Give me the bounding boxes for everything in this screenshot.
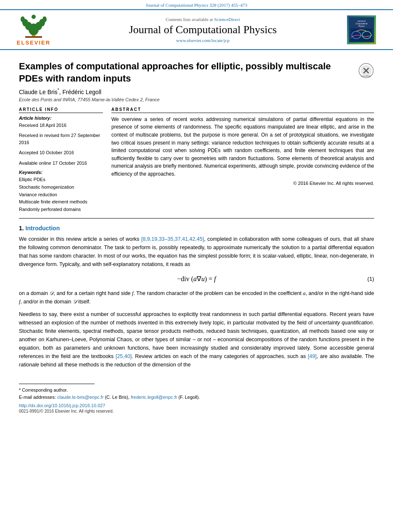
journal-cover-thumbnail: Journal of Computational Physics bbox=[347, 15, 376, 45]
equation-1-number: (1) bbox=[367, 276, 374, 282]
email-label: E-mail addresses: bbox=[19, 395, 56, 400]
page: Journal of Computational Physics 328 (20… bbox=[0, 0, 393, 532]
svg-point-7 bbox=[42, 16, 47, 22]
journal-reference-bar: Journal of Computational Physics 328 (20… bbox=[0, 0, 393, 9]
email-link-2[interactable]: frederic.legoll@enpc.fr bbox=[131, 395, 177, 400]
citation-ref-3[interactable]: [49] bbox=[308, 353, 317, 359]
journal-reference-text: Journal of Computational Physics 328 (20… bbox=[146, 3, 247, 8]
svg-point-6 bbox=[21, 16, 25, 22]
journal-header-center: Contents lists available at ScienceDirec… bbox=[59, 17, 347, 43]
svg-point-8 bbox=[32, 15, 36, 19]
abstract-text: We overview a series of recent works add… bbox=[111, 116, 374, 178]
corresponding-author-footnote: * Corresponding author. bbox=[19, 387, 68, 392]
received-date-2: Received in revised form 27 September 20… bbox=[19, 132, 103, 146]
elsevier-brand-text: ELSEVIER bbox=[17, 40, 50, 46]
svg-text:Journal of: Journal of bbox=[357, 20, 366, 22]
section-number: 1. bbox=[19, 225, 26, 232]
affiliation-text: Ecole des Ponts and INRIA, 77455 Marne-l… bbox=[19, 97, 374, 102]
journal-title: Journal of Computational Physics bbox=[59, 24, 347, 36]
intro-paragraph-2: on a domain 𝒟, and for a certain right h… bbox=[19, 289, 374, 306]
article-title-section: Examples of computational approaches for… bbox=[19, 61, 374, 84]
email-link-1[interactable]: claude.le-bris@enpc.fr bbox=[57, 395, 103, 400]
citation-ref-2[interactable]: [25,40] bbox=[116, 353, 132, 359]
journal-cover-image-area: Journal of Computational Physics bbox=[347, 15, 380, 45]
article-title: Examples of computational approaches for… bbox=[19, 61, 354, 84]
equation-1-block: −div (a∇u) = f (1) bbox=[19, 275, 374, 283]
keyword-3: Variance reduction bbox=[19, 191, 103, 199]
svg-rect-14 bbox=[351, 28, 372, 41]
crossmark-icon: CrossMark bbox=[358, 63, 374, 79]
doi-link[interactable]: http://dx.doi.org/10.1016/j.jcp.2016.10.… bbox=[0, 400, 393, 409]
section-1-heading: 1. Introduction bbox=[19, 225, 374, 232]
svg-rect-9 bbox=[25, 36, 42, 38]
journal-header: ELSEVIER Contents lists available at Sci… bbox=[0, 9, 393, 50]
crossmark-area: CrossMark bbox=[358, 63, 374, 80]
abstract-label: ABSTRACT bbox=[111, 107, 374, 113]
intro-paragraph-1: We consider in this review article a ser… bbox=[19, 235, 374, 269]
received-date-1: Received 18 April 2016 bbox=[19, 122, 103, 129]
authors-line: Claude Le Bris*, Frédéric Legoll bbox=[19, 88, 374, 95]
section-title-text: Introduction bbox=[26, 225, 60, 232]
issn-text: 0021-9991/© 2016 Elsevier Inc. All right… bbox=[0, 409, 393, 413]
abstract-copyright: © 2016 Elsevier Inc. All rights reserved… bbox=[111, 181, 374, 186]
article-info-column: ARTICLE INFO Article history: Received 1… bbox=[19, 107, 103, 213]
footnote-divider bbox=[19, 384, 95, 384]
keywords-label: Keywords: bbox=[19, 170, 103, 175]
email-name-2: (F. Legoll). bbox=[178, 395, 200, 400]
history-label: Article history: bbox=[19, 116, 103, 121]
intro-paragraph-3: Needless to say, there exist a number of… bbox=[19, 310, 374, 369]
svg-text:Physics: Physics bbox=[358, 25, 365, 27]
corresponding-author-marker: * bbox=[58, 88, 59, 92]
email-name-1: (C. Le Bris), bbox=[105, 395, 129, 400]
citation-ref-1[interactable]: [8,9,19,33–35,37,41,42,45] bbox=[141, 236, 204, 242]
svg-text:CrossMark: CrossMark bbox=[361, 75, 372, 77]
elsevier-logo-area: ELSEVIER bbox=[8, 13, 59, 46]
elsevier-tree-icon bbox=[17, 13, 50, 39]
keywords-list: Elliptic PDEs Stochastic homogenization … bbox=[19, 176, 103, 213]
keyword-2: Stochastic homogenization bbox=[19, 184, 103, 191]
section-divider bbox=[19, 218, 374, 219]
sciencedirect-link[interactable]: ScienceDirect bbox=[214, 17, 240, 22]
article-info-abstract-layout: ARTICLE INFO Article history: Received 1… bbox=[19, 107, 374, 213]
equation-1-content: −div (a∇u) = f bbox=[177, 275, 216, 283]
contents-available-text: Contents lists available at ScienceDirec… bbox=[59, 17, 347, 22]
keyword-4: Multiscale finite element methods bbox=[19, 198, 103, 206]
keyword-5: Randomly perforated domains bbox=[19, 206, 103, 213]
accepted-date: Accepted 10 October 2016 bbox=[19, 149, 103, 156]
journal-url: www.elsevier.com/locate/jcp bbox=[59, 38, 347, 43]
main-content: Examples of computational approaches for… bbox=[0, 50, 393, 379]
elsevier-logo: ELSEVIER bbox=[8, 13, 59, 46]
abstract-column: ABSTRACT We overview a series of recent … bbox=[111, 107, 374, 213]
keyword-1: Elliptic PDEs bbox=[19, 176, 103, 184]
available-online-date: Available online 17 October 2016 bbox=[19, 160, 103, 167]
footnote-corresponding-author: * Corresponding author. E-mail addresses… bbox=[0, 387, 393, 400]
svg-text:Computational: Computational bbox=[356, 22, 367, 24]
article-info-label: ARTICLE INFO bbox=[19, 107, 103, 113]
